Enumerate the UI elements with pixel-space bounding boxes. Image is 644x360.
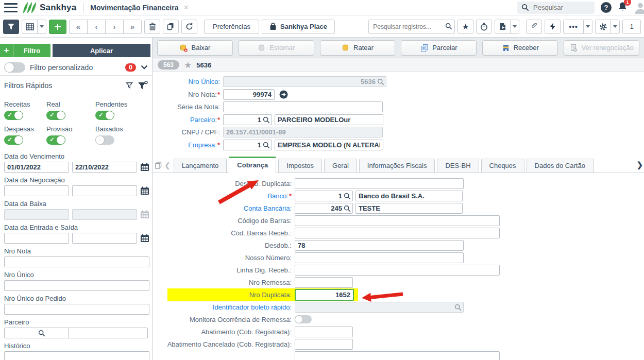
notifications-button[interactable]: 1 (618, 2, 628, 13)
records-search-input[interactable] (368, 20, 455, 34)
settings-button[interactable] (595, 20, 611, 34)
monitora-toggle[interactable] (295, 315, 312, 323)
tabs-scroll-left-icon[interactable]: ❮ (164, 161, 171, 169)
filter-outline-icon[interactable] (126, 82, 133, 89)
grid-view-button[interactable] (22, 20, 38, 34)
search-icon[interactable] (344, 193, 351, 200)
search-icon[interactable] (263, 142, 270, 149)
tab-dados-do-cartao[interactable]: Dados do Cartão (527, 159, 594, 173)
next-circle-icon[interactable] (279, 90, 288, 99)
search-icon[interactable] (377, 78, 384, 85)
filter-settings-icon[interactable] (138, 81, 148, 90)
date-from-input[interactable] (4, 185, 69, 196)
export-dropdown-button[interactable] (510, 20, 519, 34)
favorite-button[interactable]: ★ (457, 20, 473, 34)
codigo-barras-input[interactable] (295, 215, 500, 226)
parcelar-button[interactable]: Parcelar (401, 40, 477, 56)
banco-label[interactable]: Banco: (267, 192, 288, 200)
quick-actions-button[interactable] (545, 20, 561, 34)
toggle-despesas[interactable] (4, 135, 23, 145)
desdob-input[interactable] (295, 240, 464, 251)
date-from-input[interactable] (4, 233, 69, 244)
sankhya-place-button[interactable]: Sankhya Place (262, 20, 335, 34)
abatimento-input[interactable] (295, 327, 353, 337)
duplicate-button[interactable] (163, 20, 179, 34)
conta-bancaria-label[interactable]: Conta Bancária: (244, 204, 292, 212)
first-record-button[interactable]: « (69, 20, 88, 34)
nro-nota-filter-input[interactable] (4, 256, 149, 267)
date-from-input[interactable] (4, 162, 69, 173)
search-icon[interactable] (454, 304, 462, 311)
serie-nota-input[interactable] (223, 101, 383, 112)
tab-informacoes-fiscais[interactable]: Informações Fiscais (359, 159, 435, 173)
nro-duplicata-input[interactable] (295, 289, 354, 301)
empresa-label[interactable]: Empresa:* (152, 141, 223, 149)
preferences-button[interactable]: Preferências (204, 20, 259, 34)
banco-desc-input[interactable] (355, 191, 463, 201)
historico-filter-input[interactable] (4, 351, 149, 360)
partial-bottom-input[interactable] (295, 351, 500, 360)
nro-nota-input[interactable] (223, 89, 275, 100)
date-to-input[interactable] (72, 233, 137, 244)
conta-desc-input[interactable] (355, 203, 463, 214)
parceiro-desc-input[interactable] (275, 114, 383, 125)
search-icon[interactable] (344, 205, 351, 212)
toggle-receitas[interactable] (4, 111, 23, 120)
next-record-button[interactable]: › (105, 20, 124, 34)
timer-button[interactable] (476, 20, 492, 34)
nro-unico-filter-input[interactable] (4, 280, 149, 291)
desdob-duplicata-input[interactable] (295, 178, 464, 189)
parceiro-code-filter-input[interactable] (4, 328, 69, 338)
add-record-button[interactable] (49, 20, 66, 34)
tab-geral[interactable]: Geral (324, 159, 357, 173)
toggle-baixados[interactable] (95, 135, 114, 145)
nro-unico-label[interactable]: Nro Único: (152, 78, 223, 85)
avatar-icon[interactable] (634, 1, 644, 14)
delete-button[interactable] (144, 20, 160, 34)
search-icon[interactable] (38, 330, 45, 337)
baixar-button[interactable]: Baixar (157, 40, 233, 56)
nro-unico-pedido-filter-input[interactable] (4, 304, 149, 315)
grid-dropdown-button[interactable] (37, 20, 46, 34)
module-tab[interactable]: Movimentação Financeira × (90, 4, 189, 12)
calendar-icon[interactable] (140, 234, 149, 243)
nro-remessa-input[interactable] (295, 277, 353, 288)
more-button[interactable]: ••• (563, 20, 584, 34)
close-icon[interactable]: × (184, 4, 189, 12)
attachments-button[interactable] (526, 20, 542, 34)
records-search[interactable] (368, 20, 455, 34)
tab-lancamento[interactable]: Lançamento (174, 159, 227, 173)
date-to-input[interactable] (72, 162, 137, 173)
menu-icon[interactable] (4, 3, 18, 12)
tab-impostos[interactable]: Impostos (278, 159, 322, 173)
custom-filter-toggle[interactable] (4, 62, 25, 73)
prev-record-button[interactable]: ‹ (87, 20, 106, 34)
app-logo[interactable]: Sankhya (23, 1, 76, 14)
global-search-input[interactable] (533, 4, 585, 11)
tabs-scroll-right-icon[interactable]: ❯ (636, 160, 643, 169)
ratear-button[interactable]: Ratear (320, 40, 396, 56)
toggle-real[interactable] (46, 111, 65, 120)
favorite-star-icon[interactable]: ★ (184, 61, 192, 70)
calendar-icon[interactable] (140, 163, 149, 172)
tab-cheques[interactable]: Cheques (481, 159, 524, 173)
copy-pages-icon[interactable] (155, 162, 162, 169)
toggle-provisao[interactable] (46, 135, 65, 145)
identificador-boleto-label[interactable]: Identificador boleto rápido: (213, 303, 292, 311)
global-search[interactable] (517, 2, 595, 14)
toggle-pendentes[interactable] (95, 111, 114, 120)
last-record-button[interactable]: » (123, 20, 142, 34)
nosso-numero-input[interactable] (295, 252, 464, 263)
page-indicator[interactable]: 1 (622, 20, 641, 34)
tab-cobranca[interactable]: Cobrança (229, 157, 276, 173)
search-icon[interactable] (263, 116, 270, 124)
export-button[interactable] (495, 20, 511, 34)
linha-dig-input[interactable] (295, 265, 500, 276)
help-icon[interactable]: ? (601, 2, 612, 13)
abatimento-cancelado-input[interactable] (295, 339, 353, 350)
empresa-desc-input[interactable] (275, 140, 383, 150)
filter-toggle-button[interactable] (3, 20, 19, 34)
chevron-down-icon[interactable] (141, 65, 148, 70)
parceiro-label[interactable]: Parceiro:* (152, 116, 223, 124)
refresh-button[interactable] (181, 20, 197, 34)
